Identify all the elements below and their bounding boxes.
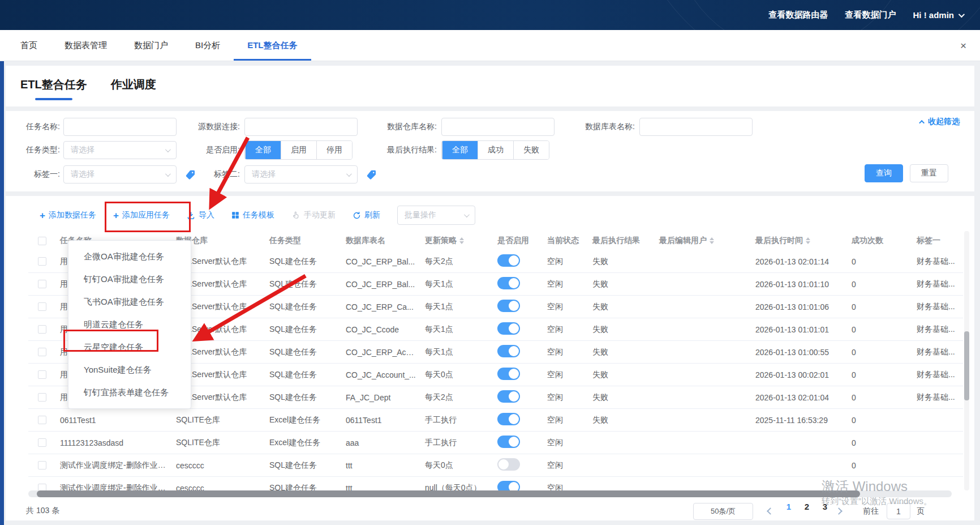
enabled-toggle[interactable]	[497, 368, 520, 380]
row-checkbox[interactable]	[38, 348, 46, 356]
column-header[interactable]: 当前状态	[543, 236, 588, 246]
import-button[interactable]: 导入	[187, 210, 214, 220]
page-number[interactable]: 2	[800, 502, 814, 511]
collapse-filters-link[interactable]: 收起筛选	[921, 117, 960, 127]
column-header[interactable]: 最后执行结果	[588, 236, 655, 246]
sort-icon[interactable]	[806, 237, 810, 244]
column-header[interactable]: 任务类型	[265, 236, 341, 246]
vertical-scrollbar-thumb[interactable]	[964, 331, 969, 400]
cell-success-count: 0	[847, 370, 912, 379]
cell-exec-time: 2026-01-13 01:01:06	[751, 302, 847, 311]
prev-page-icon[interactable]	[767, 507, 774, 515]
close-icon[interactable]: ×	[960, 30, 966, 61]
table-row: 测试作业调度绑定-删除作业调... cescccc SQL建仓任务 ttt 每天…	[28, 454, 963, 477]
column-header[interactable]: 标签一	[912, 236, 963, 246]
enabled-toggle[interactable]	[497, 413, 520, 425]
menu-item[interactable]: 明道云建仓任务	[68, 313, 191, 336]
column-header[interactable]: 最后执行时间	[751, 236, 847, 246]
topbar-link[interactable]: 查看数据路由器	[768, 10, 828, 20]
main-tab[interactable]: 数据门户	[121, 30, 182, 61]
task-name-input[interactable]	[63, 118, 177, 136]
menu-item[interactable]: YonSuite建仓任务	[68, 358, 191, 381]
cell-result: 失败	[588, 392, 655, 403]
search-button[interactable]: 查询	[865, 164, 903, 182]
batch-operation-select[interactable]: 批量操作	[397, 206, 475, 225]
row-checkbox[interactable]	[38, 438, 46, 447]
hand-pointer-icon	[291, 211, 300, 220]
horizontal-scrollbar-thumb[interactable]	[37, 490, 860, 497]
menu-item[interactable]: 云星空建仓任务	[68, 336, 191, 358]
task-type-select[interactable]: 请选择	[63, 141, 177, 159]
main-tab[interactable]: 首页	[7, 30, 51, 61]
tag-icon[interactable]	[366, 169, 377, 181]
result-option[interactable]: 全部	[442, 141, 478, 159]
add-data-task-button[interactable]: + 添加数据任务	[40, 210, 96, 220]
cell-status: 空闲	[543, 325, 588, 335]
enabled-toggle[interactable]	[497, 254, 520, 267]
page-number[interactable]: 1	[782, 502, 796, 511]
cell-strategy: 每天1点	[420, 347, 493, 357]
row-checkbox[interactable]	[38, 302, 46, 311]
table-name-input[interactable]	[639, 118, 753, 136]
tag1-select[interactable]: 请选择	[63, 165, 177, 183]
row-checkbox[interactable]	[38, 393, 46, 402]
reset-button[interactable]: 重置	[910, 164, 948, 182]
tag2-select[interactable]: 请选择	[244, 165, 358, 183]
cell-task-name: 测试作业调度绑定-删除作业调度	[55, 483, 171, 491]
enabled-toggle[interactable]	[497, 322, 520, 335]
manual-update-button[interactable]: 手动更新	[291, 210, 336, 220]
enabled-toggle[interactable]	[497, 300, 520, 312]
topbar-link[interactable]: 查看数据门户	[845, 10, 896, 20]
cell-result: 失败	[588, 279, 655, 289]
add-app-task-button[interactable]: + 添加应用任务	[113, 210, 170, 220]
page-tab[interactable]: 作业调度	[111, 77, 156, 100]
enabled-toggle[interactable]	[497, 345, 520, 357]
main-tab[interactable]: BI分析	[182, 30, 234, 61]
cell-success-count: 0	[847, 348, 912, 357]
menu-item[interactable]: 飞书OA审批建仓任务	[68, 291, 191, 313]
enabled-option[interactable]: 启用	[281, 141, 316, 159]
task-template-button[interactable]: 任务模板	[231, 210, 274, 220]
row-checkbox[interactable]	[38, 280, 46, 288]
row-checkbox[interactable]	[38, 461, 46, 469]
result-option[interactable]: 成功	[478, 141, 513, 159]
cell-status: 空闲	[543, 392, 588, 403]
cell-exec-time: 2026-01-13 01:00:55	[751, 348, 847, 357]
enabled-option[interactable]: 停用	[316, 141, 352, 159]
select-all-checkbox[interactable]	[38, 237, 46, 245]
enabled-toggle[interactable]	[497, 436, 520, 448]
result-filter-group: 全部成功失败	[441, 140, 549, 160]
column-header[interactable]: 成功次数	[847, 236, 912, 246]
row-checkbox[interactable]	[38, 484, 46, 490]
menu-item[interactable]: 钉钉宜搭表单建仓任务	[68, 381, 191, 404]
source-conn-input[interactable]	[244, 118, 358, 136]
page-tab[interactable]: ETL整合任务	[20, 77, 87, 100]
row-checkbox[interactable]	[38, 325, 46, 334]
menu-item[interactable]: 企微OA审批建仓任务	[68, 245, 191, 268]
enabled-toggle[interactable]	[497, 277, 520, 289]
column-header[interactable]: 更新策略	[420, 236, 493, 246]
column-header[interactable]: 是否启用	[493, 236, 543, 246]
enabled-toggle[interactable]	[497, 458, 520, 471]
next-page-icon[interactable]	[835, 507, 843, 515]
sort-icon[interactable]	[710, 237, 714, 244]
refresh-button[interactable]: 刷新	[353, 210, 380, 220]
enabled-option[interactable]: 全部	[245, 141, 281, 159]
menu-item[interactable]: 钉钉OA审批建仓任务	[68, 268, 191, 291]
warehouse-name-input[interactable]	[441, 118, 555, 136]
user-menu[interactable]: Hi ! admin	[913, 10, 963, 20]
enabled-toggle[interactable]	[497, 481, 520, 490]
column-header[interactable]: 数据库表名	[341, 236, 420, 246]
cell-tag: 财务基础...	[912, 302, 963, 312]
row-checkbox[interactable]	[38, 370, 46, 379]
sort-icon[interactable]	[459, 237, 464, 244]
row-checkbox[interactable]	[38, 416, 46, 424]
page-size-select[interactable]: 50条/页	[693, 503, 753, 520]
enabled-toggle[interactable]	[497, 390, 520, 403]
main-tab[interactable]: ETL整合任务	[234, 30, 311, 61]
cell-warehouse: SQLITE仓库	[171, 438, 265, 448]
row-checkbox[interactable]	[38, 257, 46, 266]
result-option[interactable]: 失败	[513, 141, 549, 159]
column-header[interactable]: 最后编辑用户	[655, 236, 751, 246]
main-tab[interactable]: 数据表管理	[51, 30, 121, 61]
